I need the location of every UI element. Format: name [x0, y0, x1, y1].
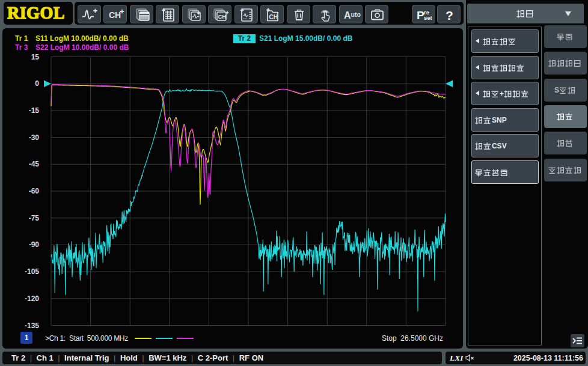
svg-text:+: +: [500, 90, 504, 99]
svg-text:P: P: [501, 116, 506, 124]
svg-text:S: S: [492, 116, 497, 124]
svg-text:S: S: [554, 86, 559, 94]
svg-text:S: S: [497, 142, 501, 151]
svg-text:V: V: [501, 142, 506, 151]
svg-text:N: N: [497, 116, 502, 124]
